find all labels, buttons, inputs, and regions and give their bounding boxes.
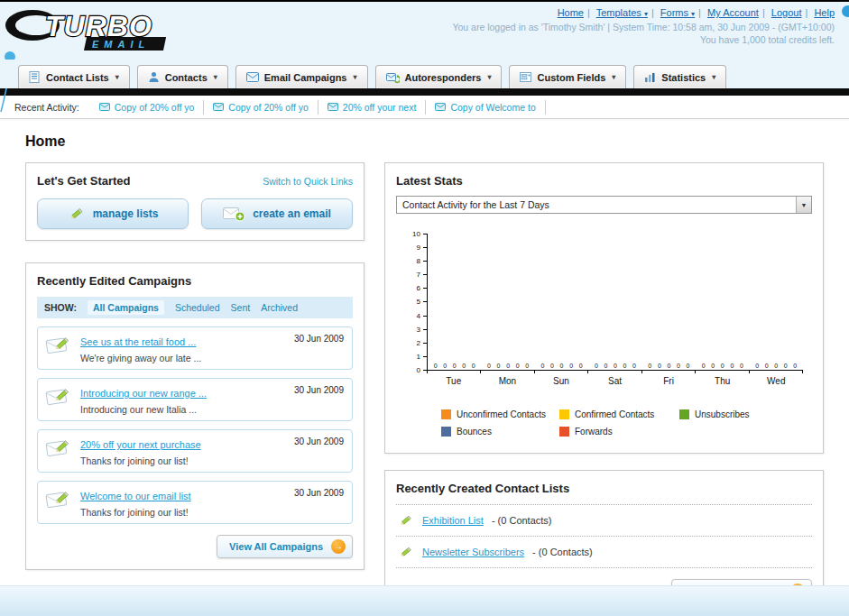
nav-tab-contacts[interactable]: Contacts ▾: [137, 65, 228, 88]
campaign-subtitle: We're giving away our late ...: [80, 353, 201, 363]
campaign-date: 30 Jun 2009: [294, 385, 344, 395]
chart-y-axis: 109876543210: [407, 230, 427, 374]
manage-lists-button[interactable]: manage lists: [37, 198, 189, 229]
campaign-subtitle: Thanks for joining our list!: [80, 455, 201, 466]
envelope-pencil-icon: [45, 384, 72, 408]
contact-list-link[interactable]: Newsletter Subscribers: [422, 547, 524, 557]
top-link-templates[interactable]: Templates ▾: [596, 7, 648, 18]
legend-item: Bounces: [441, 427, 559, 437]
decorative-dot: [842, 5, 849, 17]
tab-archived[interactable]: Archived: [261, 302, 298, 313]
svg-text:EMAIL: EMAIL: [92, 39, 150, 50]
tab-all-campaigns[interactable]: All Campaigns: [88, 300, 164, 315]
recent-activity-item[interactable]: Copy of 20% off yo: [204, 100, 318, 115]
pencil-icon: [398, 545, 414, 559]
recent-activity-item[interactable]: Copy of Welcome to: [426, 100, 545, 115]
create-email-label: create an email: [253, 207, 331, 220]
page-footer: [0, 585, 849, 616]
envelope-pencil-icon: [45, 487, 72, 510]
campaign-row[interactable]: 20% off your next purchase Thanks for jo…: [37, 429, 353, 473]
campaign-title-link[interactable]: See us at the retail food ...: [80, 336, 196, 347]
legend-item: Forwards: [559, 427, 679, 437]
separator: |: [698, 7, 701, 18]
nav-tab-label: Custom Fields: [537, 72, 605, 83]
view-all-campaigns-button[interactable]: View All Campaigns →: [217, 535, 353, 558]
legend-swatch: [441, 409, 451, 419]
chart-x-tick-label: Wed: [749, 373, 803, 386]
arrow-right-icon: →: [331, 539, 346, 554]
chart-x-labels: TueMonSunSatFriThuWed: [427, 373, 803, 386]
legend-label: Confirmed Contacts: [575, 409, 654, 419]
envelope-pencil-icon: [45, 436, 72, 459]
contact-lists-title: Recently Created Contact Lists: [396, 482, 812, 495]
top-link-forms[interactable]: Forms ▾: [660, 7, 695, 18]
separator: |: [587, 7, 590, 18]
contact-list-link[interactable]: Exhibition List: [422, 515, 484, 526]
nav-tab-label: Autoresponders: [405, 72, 482, 83]
nav-tab-contact-lists[interactable]: Contact Lists ▾: [18, 65, 130, 88]
legend-swatch: [559, 409, 569, 419]
top-nav-links: Home| Templates ▾| Forms ▾| My Account| …: [452, 7, 835, 18]
separator: |: [805, 7, 807, 18]
get-started-title: Let's Get Started: [37, 174, 131, 188]
campaign-date: 30 Jun 2009: [294, 488, 344, 498]
campaign-title-link[interactable]: Introducing our new range ...: [80, 388, 207, 399]
custom-fields-icon: [520, 71, 531, 83]
envelope-pencil-icon: [45, 333, 72, 356]
recent-activity-item-label: Copy of 20% off yo: [115, 102, 195, 113]
campaign-title-link[interactable]: 20% off your next purchase: [80, 439, 201, 450]
app-logo: TURBO EMAIL: [4, 4, 220, 60]
legend-swatch: [559, 427, 569, 437]
nav-divider-bar: [0, 88, 849, 96]
login-status-text: You are logged in as 'Timothy Smith' | S…: [452, 22, 835, 32]
turbo-email-logo-graphic: TURBO EMAIL: [4, 4, 220, 56]
recent-activity-item[interactable]: 20% off your next: [318, 100, 427, 115]
chart-x-tick-label: Sun: [534, 373, 588, 386]
right-column: Latest Stats Contact Activity for the La…: [384, 162, 824, 614]
envelope-icon: [435, 103, 446, 111]
stats-period-select[interactable]: Contact Activity for the Last 7 Days ▼: [396, 196, 812, 214]
chevron-down-icon: ▾: [214, 73, 217, 81]
campaign-subtitle: Introducing our new Italia ...: [80, 404, 207, 415]
top-link-home[interactable]: Home: [558, 7, 584, 18]
top-link-templates-label: Templates: [596, 7, 641, 18]
chevron-down-icon: ▾: [691, 10, 695, 18]
campaigns-panel-title: Recently Edited Campaigns: [37, 274, 353, 288]
contact-list-count: - (0 Contacts): [492, 515, 552, 526]
tab-scheduled[interactable]: Scheduled: [175, 302, 220, 313]
envelope-icon: [328, 103, 338, 111]
manage-lists-label: manage lists: [93, 207, 159, 220]
credits-text: You have 1,000 total credits left.: [452, 34, 835, 45]
contacts-icon: [148, 71, 160, 83]
campaign-title-link[interactable]: Welcome to our email list: [80, 491, 191, 501]
contact-list-item[interactable]: Exhibition List - (0 Contacts): [396, 504, 812, 537]
chart-plot-area: 00000000000000000000000000000000000: [427, 234, 803, 371]
nav-tab-statistics[interactable]: Statistics ▾: [633, 65, 726, 88]
contact-lists-icon: [29, 71, 41, 83]
create-email-button[interactable]: create an email: [201, 198, 353, 229]
chevron-down-icon: ▾: [487, 73, 491, 81]
envelope-plus-icon: [223, 206, 245, 222]
tab-sent[interactable]: Sent: [231, 302, 251, 313]
top-link-my-account[interactable]: My Account: [707, 7, 759, 18]
contact-list-item[interactable]: Newsletter Subscribers - (0 Contacts): [396, 537, 812, 568]
nav-tab-email-campaigns[interactable]: Email Campaigns ▾: [235, 65, 368, 88]
top-link-help[interactable]: Help: [814, 7, 835, 18]
autoresponders-icon: [386, 72, 400, 83]
campaign-row[interactable]: Welcome to our email list Thanks for joi…: [37, 481, 353, 524]
campaign-date: 30 Jun 2009: [294, 334, 344, 344]
top-link-forms-label: Forms: [660, 7, 688, 18]
contact-activity-chart: 109876543210 000000000000000000000000000…: [407, 234, 803, 437]
envelope-icon: [213, 103, 224, 111]
campaign-row[interactable]: Introducing our new range ... Introducin…: [37, 378, 353, 421]
campaign-row[interactable]: See us at the retail food ... We're givi…: [37, 326, 353, 370]
email-campaigns-icon: [246, 72, 259, 82]
switch-quick-links-link[interactable]: Switch to Quick Links: [263, 176, 353, 187]
legend-item: Unsubscribes: [679, 409, 803, 419]
contact-list-count: - (0 Contacts): [532, 547, 593, 557]
recent-activity-item[interactable]: Copy of 20% off yo: [90, 100, 205, 115]
recent-activity-bar: Recent Activity: Copy of 20% off yo Copy…: [0, 96, 849, 119]
nav-tab-autoresponders[interactable]: Autoresponders ▾: [375, 65, 503, 88]
top-link-logout[interactable]: Logout: [771, 7, 802, 18]
nav-tab-custom-fields[interactable]: Custom Fields ▾: [509, 65, 626, 88]
